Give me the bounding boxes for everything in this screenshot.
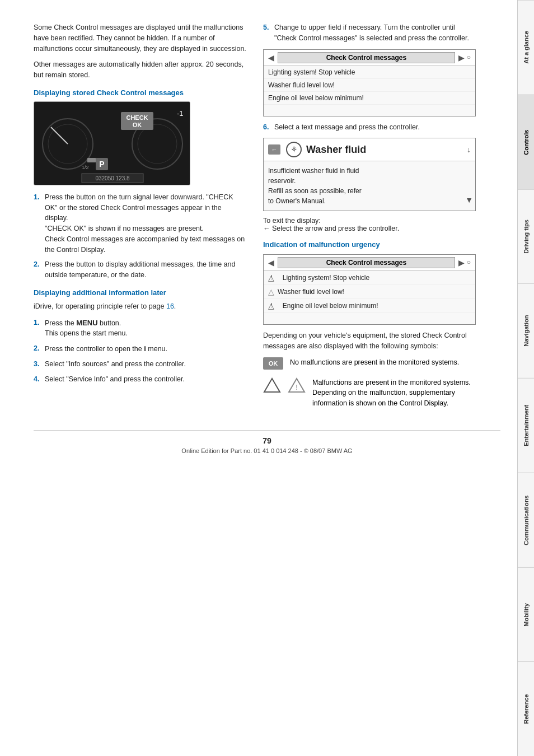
washer-body: Insufficient washer fluid in fluidreserv…	[264, 161, 475, 211]
sidebar-tab-controls[interactable]: Controls	[518, 95, 534, 189]
step-2-1-num: 1.	[34, 318, 41, 339]
washer-title-area: ⚘ Washer fluid	[286, 142, 463, 157]
cc-item-1: Lighting system! Stop vehicle	[264, 66, 475, 79]
ok-svg: OK	[263, 357, 283, 370]
page-number: 79	[34, 436, 500, 445]
sidebar-tab-at-a-glance[interactable]: At a glance	[518, 0, 534, 95]
malfunction-item-3: △ ! Engine oil level below minimum!	[264, 299, 475, 313]
step-2-text: Press the button to display additional m…	[45, 259, 246, 281]
section1-heading: Displaying stored Check Control messages	[34, 88, 246, 97]
cc-box-1: ◀ Check Control messages ▶ ○ Lighting sy…	[263, 49, 476, 116]
step-2-3: 3. Select "Info sources" and press the c…	[34, 359, 246, 370]
exit-instruction: Select the arrow and press the controlle…	[272, 225, 399, 232]
sidebar-tab-mobility[interactable]: Mobility	[518, 567, 534, 662]
step-2-1: 1. Press the MENU button.This opens the …	[34, 318, 246, 339]
triangle-symbol-rows: !	[288, 377, 306, 399]
sidebar-tab-navigation[interactable]: Navigation	[518, 283, 534, 378]
step-2-4-num: 4.	[34, 374, 41, 385]
malfunction-right-controls: ▶ ○	[458, 258, 471, 267]
step-2-4-text: Select "Service Info" and press the cont…	[45, 374, 246, 385]
washer-back-button[interactable]: ←	[268, 144, 280, 155]
step-5-text: Change to upper field if necessary. Turn…	[274, 22, 476, 44]
step-5: 5. Change to upper field if necessary. T…	[263, 22, 476, 44]
malfunction-text-2: Washer fluid level low!	[278, 288, 344, 296]
exit-label: To exit the display:	[263, 217, 321, 225]
malfunction-text-1: Lighting system! Stop vehicle	[283, 274, 369, 282]
washer-scroll-down-icon: ▼	[465, 194, 473, 206]
cc-item-spacer	[264, 105, 475, 116]
sidebar-tab-driving-tips[interactable]: Driving tips	[518, 189, 534, 284]
sidebar-tab-entertainment[interactable]: Entertainment	[518, 378, 534, 473]
triangle-symbol-1	[263, 377, 281, 396]
svg-text:P: P	[99, 160, 104, 169]
section3-heading: Indication of malfunction urgency	[263, 240, 476, 249]
washer-title: Washer fluid	[306, 144, 366, 156]
washer-fluid-box: ← ⚘ Washer fluid ↓ Insufficient washer f…	[263, 138, 476, 211]
page-16-link[interactable]: 16	[166, 302, 174, 310]
triangle-symbol-row-1: ! Malfunctions are present in the monito…	[263, 377, 476, 409]
step-2-3-num: 3.	[34, 359, 41, 370]
cc-arrow-right-icon: ▶	[458, 53, 465, 62]
steps-group-2: 1. Press the MENU button.This opens the …	[34, 318, 246, 385]
ok-symbol-row: OK No malfunctions are present in the mo…	[263, 357, 476, 373]
exit-arrow-icon: ←	[263, 225, 270, 232]
exclamation-3: !	[271, 302, 273, 309]
steps-group-1: 1. Press the button on the turn signal l…	[34, 192, 246, 281]
step-6: 6. Select a text message and press the c…	[263, 122, 476, 133]
step-5-num: 5.	[263, 22, 271, 44]
malfunction-spacer	[264, 313, 475, 324]
cc-right-controls: ▶ ○	[458, 53, 471, 62]
svg-marker-19	[264, 379, 280, 392]
sidebar: At a glance Controls Driving tips Naviga…	[517, 0, 534, 756]
svg-text:1/2: 1/2	[82, 165, 89, 170]
copyright-text: Online Edition for Part no. 01 41 0 014 …	[181, 447, 352, 454]
cc-left-arrow-icon: ◀	[268, 53, 274, 62]
svg-rect-0	[34, 102, 190, 185]
exit-display: To exit the display: ← Select the arrow …	[263, 217, 476, 232]
warning-triangle-icon-2: △	[268, 287, 274, 296]
step-2-1-text: Press the MENU button.This opens the sta…	[45, 318, 246, 339]
malfunction-item-2: △ Washer fluid level low!	[264, 285, 475, 299]
step-2-2-num: 2.	[34, 343, 41, 354]
ok-symbol-text: No malfunctions are present in the monit…	[290, 357, 459, 368]
intro-paragraph-2: Other messages are automatically hidden …	[34, 59, 246, 81]
malfunction-desc: Depending on your vehicle's equipment, t…	[263, 330, 476, 352]
step-1-num: 1.	[34, 192, 41, 255]
triangle-symbol-2: !	[288, 377, 306, 396]
cc-item-3: Engine oil level below minimum!	[264, 92, 475, 105]
cluster-image: 1/2 -1 CHECK OK P 032050 123.8	[34, 101, 190, 185]
triangle-symbol-text: Malfunctions are present in the monitore…	[312, 377, 476, 409]
step-2: 2. Press the button to display additiona…	[34, 259, 246, 281]
intro-paragraph-1: Some Check Control messages are displaye…	[34, 22, 246, 54]
section2-heading: Displaying additional information later	[34, 288, 246, 297]
svg-rect-7	[87, 158, 96, 162]
ok-symbol-box: OK	[263, 357, 283, 373]
malfunction-item-1: △ ! Lighting system! Stop vehicle	[264, 271, 475, 285]
step-1-text: Press the button on the turn signal leve…	[45, 192, 246, 255]
right-column: 5. Change to upper field if necessary. T…	[263, 22, 476, 413]
malfunction-title: Check Control messages	[278, 257, 455, 268]
section2-intro: iDrive, for operating principle refer to…	[34, 301, 246, 312]
exclamation-1: !	[271, 274, 273, 281]
cluster-svg: 1/2 -1 CHECK OK P 032050 123.8	[34, 102, 190, 185]
cc-item-2: Washer fluid level low!	[264, 79, 475, 92]
step-6-num: 6.	[263, 122, 271, 133]
malfunction-text-3: Engine oil level below minimum!	[283, 302, 378, 310]
malfunction-header: ◀ Check Control messages ▶ ○	[264, 255, 475, 271]
svg-text:-1: -1	[177, 109, 184, 118]
step-1: 1. Press the button on the turn signal l…	[34, 192, 246, 255]
svg-text:032050   123.8: 032050 123.8	[95, 175, 130, 181]
step-2-3-text: Select "Info sources" and press the cont…	[45, 359, 246, 370]
footer: 79 Online Edition for Part no. 01 41 0 0…	[34, 430, 500, 454]
washer-header: ← ⚘ Washer fluid ↓	[264, 138, 475, 161]
sidebar-tab-reference[interactable]: Reference	[518, 661, 534, 756]
malfunction-arrow-right-icon: ▶	[458, 258, 465, 267]
cc-power-icon: ○	[467, 53, 471, 62]
svg-text:OK: OK	[269, 360, 278, 367]
svg-text:OK: OK	[133, 122, 142, 128]
cc-header-1: ◀ Check Control messages ▶ ○	[264, 50, 475, 66]
svg-text:CHECK: CHECK	[126, 114, 148, 121]
washer-scroll-icon: ↓	[467, 145, 471, 154]
sidebar-tab-communications[interactable]: Communications	[518, 473, 534, 567]
triangle-svg-2: !	[288, 377, 306, 393]
